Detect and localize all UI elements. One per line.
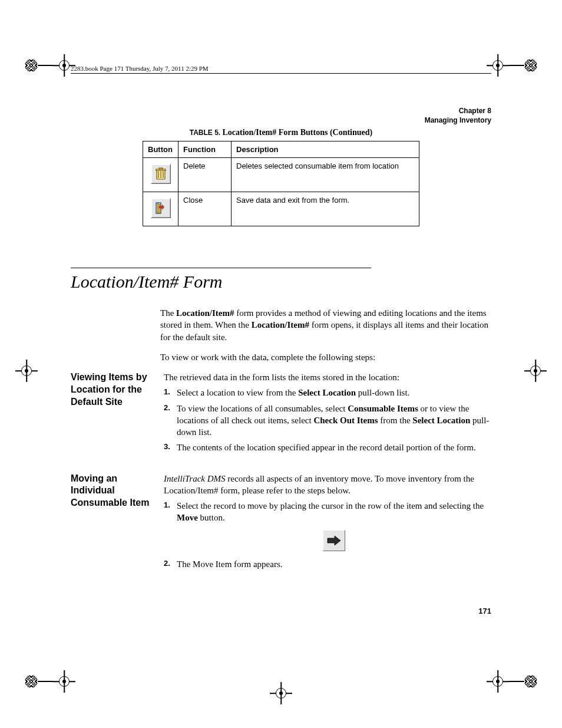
section-label: Managing Inventory bbox=[71, 116, 491, 124]
delete-button[interactable] bbox=[151, 164, 171, 184]
side-heading-viewing: Viewing Items by Location for the Defaul… bbox=[71, 371, 153, 457]
move-button[interactable] bbox=[323, 530, 345, 551]
trash-icon bbox=[155, 167, 167, 180]
table-row: Delete Deletes selected consumable item … bbox=[143, 158, 419, 192]
list-item: Select a location to view from the Selec… bbox=[164, 387, 491, 398]
table-caption: TABLE 5. Location/Item# Form Buttons (Co… bbox=[71, 128, 491, 137]
section-heading: Location/Item# Form bbox=[71, 268, 371, 292]
door-exit-icon bbox=[154, 202, 167, 215]
side-heading-moving: Moving an Individual Consumable Item bbox=[71, 473, 153, 574]
description-cell: Deletes selected consumable item from lo… bbox=[232, 158, 419, 192]
col-header-function: Function bbox=[178, 141, 232, 158]
list-item: The Move Item form appears. bbox=[164, 558, 491, 570]
moving-lead: IntelliTrack DMS records all aspects of … bbox=[164, 473, 491, 497]
arrow-right-icon bbox=[326, 535, 342, 546]
table-caption-prefix: TABLE 5. bbox=[190, 129, 223, 137]
function-cell: Close bbox=[178, 192, 232, 226]
svg-marker-7 bbox=[157, 203, 161, 213]
buttons-table: Button Function Description bbox=[143, 141, 419, 226]
col-header-description: Description bbox=[232, 141, 419, 158]
description-cell: Save data and exit from the form. bbox=[232, 192, 419, 226]
col-header-button: Button bbox=[143, 141, 178, 158]
intro-paragraph-2: To view or work with the data, complete … bbox=[160, 351, 491, 363]
close-button[interactable] bbox=[151, 198, 171, 218]
svg-rect-5 bbox=[159, 168, 163, 169]
viewing-lead: The retrieved data in the form lists the… bbox=[164, 371, 491, 383]
table-row: Close Save data and exit from the form. bbox=[143, 192, 419, 226]
running-header: 2283.book Page 171 Thursday, July 7, 201… bbox=[71, 65, 491, 72]
list-item: Select the record to move by placing the… bbox=[164, 500, 491, 551]
intro-paragraph-1: The Location/Item# form provides a metho… bbox=[160, 307, 491, 343]
chapter-label: Chapter 8 bbox=[71, 107, 491, 115]
page-number: 171 bbox=[71, 607, 491, 615]
list-item: The contents of the location specified a… bbox=[164, 442, 491, 453]
list-item: To view the locations of all consumables… bbox=[164, 403, 491, 439]
svg-marker-9 bbox=[328, 536, 340, 545]
table-caption-title: Location/Item# Form Buttons (Continued) bbox=[223, 128, 373, 137]
header-rule bbox=[71, 73, 491, 74]
function-cell: Delete bbox=[178, 158, 232, 192]
